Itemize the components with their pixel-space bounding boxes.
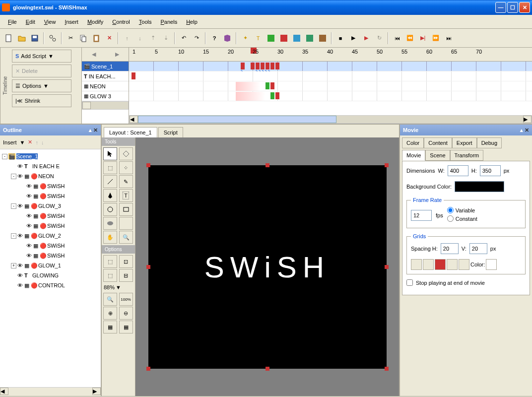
undo-button[interactable]: ↶ xyxy=(178,32,190,44)
play-effect-button[interactable]: ▶ xyxy=(360,32,372,44)
grid2-button[interactable]: ▦ xyxy=(119,321,133,333)
redo-button[interactable]: ↷ xyxy=(191,32,202,44)
outline-scroll-right[interactable]: ▶ xyxy=(92,388,101,395)
shrink-button[interactable]: |≪Shrink xyxy=(12,94,71,107)
hand-tool[interactable]: ✋ xyxy=(103,231,117,244)
maximize-button[interactable]: ☐ xyxy=(507,2,518,13)
play-button[interactable]: ▶ xyxy=(347,32,359,44)
menu-view[interactable]: View xyxy=(40,17,60,27)
tree-item[interactable]: 👁 ▦ 🔴SWiSH xyxy=(2,251,99,261)
tree-item[interactable]: -👁 ▦ 🔴GLOW_3 xyxy=(2,201,99,211)
tree-item[interactable]: -🎬Scene_1 xyxy=(2,151,99,161)
tab-movie[interactable]: Movie xyxy=(402,150,425,161)
prev-frame-button[interactable]: ⏪ xyxy=(404,32,416,44)
selection-handle[interactable] xyxy=(146,265,150,269)
outline-close-button[interactable]: ✕ xyxy=(93,127,98,133)
timeline-scroll-left[interactable]: ◀ xyxy=(130,116,138,123)
effect1-button[interactable]: ✦ xyxy=(239,32,251,44)
ellipse-tool[interactable] xyxy=(103,203,117,216)
tree-item[interactable]: -👁 ▦ 🔴NEON xyxy=(2,171,99,181)
tab-content[interactable]: Content xyxy=(424,137,452,148)
save-button[interactable] xyxy=(29,32,41,44)
tab-script[interactable]: Script xyxy=(158,127,183,137)
zoom-fit-button[interactable]: 🔍 xyxy=(103,293,117,306)
tree-item[interactable]: 👁 TGLOWING xyxy=(2,270,99,280)
pen-tool[interactable] xyxy=(103,189,117,202)
selection-handle[interactable] xyxy=(146,367,150,371)
find-button[interactable] xyxy=(47,32,59,44)
opt3-button[interactable]: ⬚ xyxy=(103,269,117,282)
menu-modify[interactable]: Modify xyxy=(83,17,107,27)
track-glow3[interactable]: ▦GLOW 3 xyxy=(82,91,129,101)
selection-handle[interactable] xyxy=(385,265,389,269)
grid-style1-button[interactable] xyxy=(411,259,422,270)
movie-collapse-icon[interactable]: ▴ xyxy=(520,127,523,133)
stop-playing-checkbox[interactable] xyxy=(406,279,413,286)
tab-debug[interactable]: Debug xyxy=(477,137,502,148)
track-scene[interactable]: 🎬Scene_1 xyxy=(82,62,129,71)
help-pointer-button[interactable]: ? xyxy=(208,32,220,44)
constant-radio[interactable] xyxy=(447,215,454,222)
spacing-v-input[interactable] xyxy=(469,243,487,254)
outline-delete-button[interactable]: ✕ xyxy=(28,139,32,145)
effect5-button[interactable] xyxy=(291,32,303,44)
stop-button[interactable]: ■ xyxy=(334,32,346,44)
zoom-out-button[interactable]: ⊖ xyxy=(119,307,133,320)
grid-style5-button[interactable] xyxy=(459,259,469,270)
selection-handle[interactable] xyxy=(385,163,389,167)
grid1-button[interactable]: ▦ xyxy=(103,321,117,333)
stage[interactable]: SWiSH xyxy=(148,165,387,369)
movie-close-button[interactable]: ✕ xyxy=(525,127,529,133)
timeline-row-scene[interactable]: s s s s s s xyxy=(129,62,532,71)
opt2-button[interactable]: ⊡ xyxy=(119,255,133,268)
zoom-tool[interactable]: 🔍 xyxy=(119,231,133,244)
tab-export[interactable]: Export xyxy=(452,137,477,148)
variable-radio[interactable] xyxy=(447,207,454,213)
keyframe-button[interactable]: ▶| xyxy=(417,32,429,44)
selection-handle[interactable] xyxy=(146,163,150,167)
spacing-h-input[interactable] xyxy=(441,243,459,254)
grid-style3-button[interactable] xyxy=(435,259,446,270)
timeline-row-glow3[interactable] xyxy=(129,91,532,101)
height-input[interactable] xyxy=(480,165,501,176)
effect3-button[interactable] xyxy=(265,32,277,44)
grid-style2-button[interactable] xyxy=(423,259,434,270)
autoshape-tool[interactable] xyxy=(103,217,117,230)
opt4-button[interactable]: ⊟ xyxy=(119,269,133,282)
timeline-ruler[interactable]: 1 5 10 15 20 25 30 35 40 45 50 55 60 65 … xyxy=(129,48,532,62)
width-input[interactable] xyxy=(448,165,468,176)
effect7-button[interactable] xyxy=(317,32,329,44)
effect4-button[interactable] xyxy=(278,32,290,44)
tree-item[interactable]: 👁 ▦ 🔴SWiSH xyxy=(2,211,99,221)
open-button[interactable] xyxy=(16,32,28,44)
timeline-scroll-thumb[interactable] xyxy=(138,116,336,123)
stage-container[interactable]: SWiSH xyxy=(135,137,399,396)
menu-help[interactable]: Help xyxy=(182,17,201,27)
zoom-value[interactable]: 88% xyxy=(104,284,115,290)
text-tool[interactable]: T xyxy=(119,189,133,202)
effect6-button[interactable] xyxy=(304,32,316,44)
menu-tools[interactable]: Tools xyxy=(135,17,156,27)
crop-tool[interactable]: ⬚ xyxy=(103,161,117,174)
tab-scene[interactable]: Scene xyxy=(425,150,450,161)
rectangle-tool[interactable] xyxy=(119,203,133,216)
selection-handle[interactable] xyxy=(385,367,389,371)
tree-item[interactable]: +👁 ▦ 🔴GLOW_1 xyxy=(2,261,99,270)
menu-insert[interactable]: Insert xyxy=(61,17,82,27)
menu-control[interactable]: Control xyxy=(108,17,133,27)
line-tool[interactable] xyxy=(103,175,117,188)
outline-collapse-icon[interactable]: ▴ xyxy=(89,127,92,133)
fps-input[interactable] xyxy=(411,210,432,221)
opt1-button[interactable]: ⬚ xyxy=(103,255,117,268)
menu-panels[interactable]: Panels xyxy=(157,17,182,27)
track-neon[interactable]: ▦NEON xyxy=(82,81,129,91)
close-button[interactable]: ✕ xyxy=(519,2,530,13)
grid-color-swatch[interactable] xyxy=(486,259,497,270)
track-scroll-left[interactable] xyxy=(82,102,91,109)
tree-item[interactable]: 👁 ▦ 🔴SWiSH xyxy=(2,241,99,251)
tree-item[interactable]: 👁 ▦ 🔴SWiSH xyxy=(2,221,99,231)
minimize-button[interactable]: — xyxy=(495,2,506,13)
track-prev-button[interactable]: ◀ xyxy=(92,51,96,58)
zoom-100-button[interactable]: 100% xyxy=(119,293,133,306)
menu-file[interactable]: File xyxy=(4,17,21,27)
